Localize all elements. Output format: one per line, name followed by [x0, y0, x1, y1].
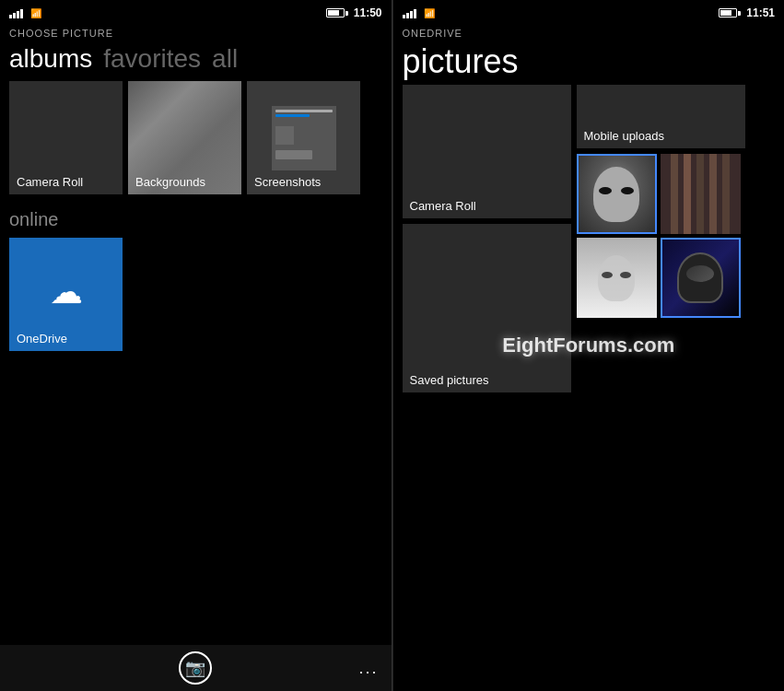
alien-white-head — [598, 255, 635, 301]
signal-bars-left — [9, 7, 23, 18]
camera-roll-label: Camera Roll — [17, 175, 83, 189]
album-tile-mobile-uploads[interactable]: Mobile uploads — [577, 85, 745, 148]
small-tile-alien-grey[interactable] — [577, 154, 657, 234]
album-tile-backgrounds[interactable]: Backgrounds — [128, 81, 241, 194]
camera-icon: 📷 — [185, 658, 205, 678]
saved-pictures-label: Saved pictures — [410, 373, 489, 387]
helmet-shape — [677, 252, 723, 303]
wifi-icon-right: 📶 — [424, 8, 435, 18]
status-right-left: 11:50 — [326, 6, 382, 19]
bars-lines — [671, 154, 730, 234]
onedrive-label: OneDrive — [17, 332, 67, 346]
onedrive-header-label: ONEDRIVE — [403, 28, 776, 39]
small-tile-bars[interactable] — [661, 154, 741, 234]
bottom-bar-left: 📷 ... — [0, 645, 392, 691]
alien-white-eye-left — [602, 272, 613, 278]
status-bar-left: 📶 11:50 — [0, 0, 392, 26]
page-header-right: ONEDRIVE — [393, 26, 785, 42]
album-tile-saved-pictures[interactable]: Saved pictures — [403, 224, 571, 392]
alien-grey-image — [577, 154, 657, 234]
nav-tabs: albums favorites all — [0, 44, 392, 74]
battery-right — [719, 8, 741, 18]
right-content: Camera Roll Saved pictures Mobile upload… — [393, 81, 785, 396]
pictures-title: pictures — [393, 42, 785, 81]
status-bar-right: 📶 11:51 — [393, 0, 785, 26]
camera-button[interactable]: 📷 — [179, 651, 212, 685]
alien-white-eye-right — [620, 272, 631, 278]
alien-eye-left — [599, 187, 612, 194]
alien-white-image — [577, 238, 657, 318]
screenshots-label: Screenshots — [254, 175, 321, 189]
signal-bars-right — [403, 7, 416, 18]
status-left: 📶 — [9, 7, 41, 18]
onedrive-cloud-icon: ☁ — [50, 273, 83, 311]
bars-image — [661, 154, 741, 234]
right-left-col: Camera Roll Saved pictures — [403, 85, 571, 392]
left-panel: 📶 11:50 CHOOSE PICTURE albums favorites … — [0, 0, 392, 691]
time-left: 11:50 — [354, 6, 382, 19]
small-tiles-grid — [577, 154, 745, 318]
status-right-right: 11:51 — [719, 6, 775, 19]
alien-eye-right — [621, 187, 634, 194]
status-left-right: 📶 — [403, 7, 435, 18]
album-tile-camera-roll[interactable]: Camera Roll — [9, 81, 123, 194]
backgrounds-label: Backgrounds — [135, 175, 205, 189]
alien-head — [593, 167, 639, 222]
time-right: 11:51 — [746, 6, 775, 19]
album-tile-screenshots[interactable]: Screenshots — [247, 81, 360, 194]
page-header-left: CHOOSE PICTURE — [0, 26, 392, 42]
helmet-image — [661, 238, 741, 318]
right-right-col: Mobile uploads — [577, 85, 745, 392]
wifi-icon-left: 📶 — [30, 8, 41, 18]
mobile-uploads-label: Mobile uploads — [584, 129, 664, 143]
right-panel: 📶 11:51 ONEDRIVE pictures Camera Roll — [392, 0, 785, 691]
tab-albums[interactable]: albums — [9, 44, 92, 74]
camera-roll-right-label: Camera Roll — [410, 199, 476, 213]
battery-left — [326, 8, 348, 18]
small-tile-helmet[interactable] — [661, 238, 741, 318]
album-tile-camera-roll-right[interactable]: Camera Roll — [403, 85, 571, 218]
onedrive-tile[interactable]: ☁ OneDrive — [9, 238, 123, 351]
online-label: online — [0, 202, 392, 234]
tab-all[interactable]: all — [212, 44, 238, 74]
small-tile-alien-white[interactable] — [577, 238, 657, 318]
album-grid-left: Camera Roll Backgrounds Screenshots — [0, 74, 392, 202]
choose-picture-label: CHOOSE PICTURE — [9, 28, 382, 39]
helmet-visor — [686, 265, 714, 282]
tab-favorites[interactable]: favorites — [103, 44, 201, 74]
dots-menu[interactable]: ... — [358, 659, 378, 678]
